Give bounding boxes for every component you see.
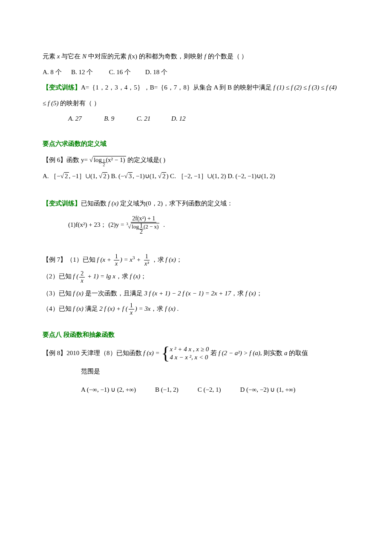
set-n: N bbox=[82, 53, 86, 60]
period: . bbox=[161, 221, 165, 228]
text: 【例 8】2010 天津理（8）已知函数 bbox=[43, 350, 143, 356]
text: ； bbox=[256, 290, 262, 297]
text: （2）已知 bbox=[43, 273, 73, 280]
frac-1-x: 1x bbox=[114, 254, 119, 267]
var-a: a bbox=[284, 350, 288, 356]
text: 已知函数 bbox=[81, 200, 108, 207]
log-arg: (x² − 1) bbox=[106, 156, 125, 163]
fx: f (x) bbox=[165, 305, 176, 312]
denominator: 3log12(2 − x) bbox=[127, 223, 161, 234]
text: , −1］∪(1, bbox=[69, 173, 99, 179]
text: ，求 bbox=[115, 273, 130, 280]
example-7-1: 【例 7】（1）已知 f (x + 1x) = x3 + 1x³，求 f (x)… bbox=[43, 254, 349, 267]
choices-abcd: A. 8 个 B. 12 个 C. 16 个 D. 18 个 bbox=[43, 69, 167, 75]
choice-d: D (−∞, −2) ∪ (1, +∞) bbox=[240, 386, 295, 393]
text: （3）已知 bbox=[43, 290, 73, 297]
text: 的取值 bbox=[288, 350, 308, 356]
text: 范围是 bbox=[81, 368, 100, 375]
text: ) B. (− bbox=[107, 173, 124, 179]
fraction: 2f(x²) + 1 3log12(2 − x) bbox=[127, 216, 161, 234]
example-7-2: （2）已知 f (2x + 1) = lg x，求 f (x)； bbox=[43, 270, 349, 283]
frac-1-x: 1x bbox=[129, 303, 134, 316]
piece-1: x ² + 4 x , x ≥ 0 bbox=[170, 345, 209, 354]
fx: f (x) bbox=[73, 305, 84, 312]
text: + bbox=[135, 256, 142, 263]
text: ，求 bbox=[150, 305, 165, 312]
fx: f (x) bbox=[165, 256, 176, 263]
frac-1-x3: 1x³ bbox=[143, 254, 150, 267]
text: ； bbox=[140, 273, 147, 280]
text: f (x + bbox=[97, 256, 113, 263]
example-6-choices: A. ［−2, −1］∪(1, 2) B. (−3, −1)∪(1, 2) C.… bbox=[43, 170, 349, 182]
variant-label: 【变式训练】 bbox=[43, 200, 81, 207]
text: f ( bbox=[73, 273, 78, 280]
section-6-heading: 要点六求函数的定义域 bbox=[43, 138, 349, 150]
text: 若 bbox=[209, 350, 219, 356]
choice-a: A (−∞, −1) ∪ (2, +∞) bbox=[81, 386, 136, 393]
sqrt-2: 2 bbox=[99, 170, 107, 182]
text: ) = x bbox=[120, 256, 133, 263]
text: 定义域为(0，2)，求下列函数的定义域： bbox=[118, 200, 233, 207]
variant-1-cont: ≤ f (5) 的映射有（ ） bbox=[43, 97, 349, 110]
example-7-3: （3）已知 f (x) 是一次函数，且满足 3 f (x + 1) − 2 f … bbox=[43, 287, 349, 300]
text: ； bbox=[176, 256, 182, 263]
section-8-heading: 要点八 段函数和抽象函数 bbox=[43, 329, 349, 341]
frac-2-x: 2x bbox=[79, 271, 85, 284]
text: ≤ bbox=[43, 100, 48, 107]
variant-1-choices: A. 27 B. 9 C. 21 D. 12 bbox=[43, 113, 349, 125]
text: 中对应的元素 bbox=[86, 53, 128, 60]
text: 的个数是（ ） bbox=[206, 53, 248, 60]
choices-row-1: A. 8 个 B. 12 个 C. 16 个 D. 18 个 bbox=[43, 66, 349, 78]
sqrt-expr: log12(x² − 1) bbox=[89, 154, 126, 167]
text: 的映射有（ ） bbox=[58, 100, 100, 107]
choice-c: C (−2, 1) bbox=[198, 386, 221, 393]
piecewise-brace: {x ² + 4 x , x ≥ 04 x − x ², x < 0 bbox=[161, 345, 209, 362]
text: ) = 3x bbox=[135, 305, 151, 312]
sqrt-2: 2 bbox=[61, 170, 69, 182]
text: 的定义域是( ) bbox=[126, 156, 166, 163]
fx: f (x) bbox=[245, 290, 256, 297]
text: 满足 bbox=[84, 305, 100, 312]
example-7-4: （4）已知 f (x) 满足 2 f (x) + f (1x) = 3x，求 f… bbox=[43, 303, 349, 316]
sqrt-3: 3 bbox=[124, 170, 133, 182]
text: 与它在 bbox=[60, 53, 82, 60]
text: 的和都为奇数，则映射 bbox=[137, 53, 205, 60]
text: ，求 bbox=[151, 256, 166, 263]
text: 2 f (x) + f ( bbox=[99, 305, 127, 312]
choices-abcd: A. 27 B. 9 C. 21 D. 12 bbox=[68, 115, 185, 122]
variant-label: 【变式训练】 bbox=[43, 84, 81, 91]
example-8-choices: A (−∞, −1) ∪ (2, +∞)B (−1, 2)C (−2, 1)D … bbox=[43, 384, 349, 396]
example-6: 【例 6】函数 y= log12(x² − 1) 的定义域是( ) bbox=[43, 154, 349, 167]
fx: f (x) bbox=[73, 290, 84, 297]
fx-eq: f (x) = bbox=[143, 350, 161, 356]
map-inequality: f (1) ≤ f (2) ≤ f (3) ≤ f (4) bbox=[274, 84, 337, 91]
fx: f (x) bbox=[130, 273, 141, 280]
text: 元素 bbox=[43, 53, 57, 60]
text: 【例 7】（1）已知 bbox=[43, 256, 97, 263]
fn-arg: (x) bbox=[130, 53, 138, 60]
log-text: log bbox=[94, 156, 102, 163]
example-8: 【例 8】2010 天津理（8）已知函数 f (x) = {x ² + 4 x … bbox=[43, 345, 349, 362]
f5: f (5) bbox=[48, 100, 58, 107]
variant-2: 【变式训练】已知函数 f (x) 定义域为(0，2)，求下列函数的定义域： bbox=[43, 197, 349, 210]
text: . bbox=[176, 305, 179, 312]
text: , −1)∪(1, bbox=[133, 173, 158, 179]
continuation-text-1: 元素 x 与它在 N 中对应的元素 f(x) 的和都为奇数，则映射 f 的个数是… bbox=[43, 50, 349, 63]
text: A=｛1，2，3，4，5｝，B=｛6，7，8｝从集合 A 到 B 的映射中满足 bbox=[81, 84, 274, 91]
sqrt-2: 2 bbox=[158, 170, 167, 182]
text: A. ［− bbox=[43, 173, 61, 179]
text: 【例 6】函数 y= bbox=[43, 156, 89, 163]
text: ) C. ［−2, −1］∪(1, 2) D. (−2, −1)∪(1, 2) bbox=[166, 173, 275, 179]
text: （4）已知 bbox=[43, 305, 73, 312]
example-8-cont: 范围是 bbox=[43, 365, 349, 378]
eq-left: (1)f(x²) + 23； (2)y = bbox=[68, 221, 126, 228]
fx: f (x) bbox=[108, 200, 119, 207]
equation: 3 f (x + 1) − 2 f (x − 1) = 2x + 17 bbox=[144, 290, 231, 297]
choice-b: B (−1, 2) bbox=[155, 386, 179, 393]
variant-2-eq: (1)f(x²) + 23； (2)y = 2f(x²) + 1 3log12(… bbox=[43, 216, 349, 234]
text: + 1) = lg x bbox=[86, 273, 115, 280]
text: ，求 bbox=[231, 290, 245, 297]
piece-2: 4 x − x ², x < 0 bbox=[170, 353, 209, 362]
variant-1: 【变式训练】A=｛1，2，3，4，5｝，B=｛6，7，8｝从集合 A 到 B 的… bbox=[43, 81, 349, 94]
text: , 则实数 bbox=[260, 350, 284, 356]
